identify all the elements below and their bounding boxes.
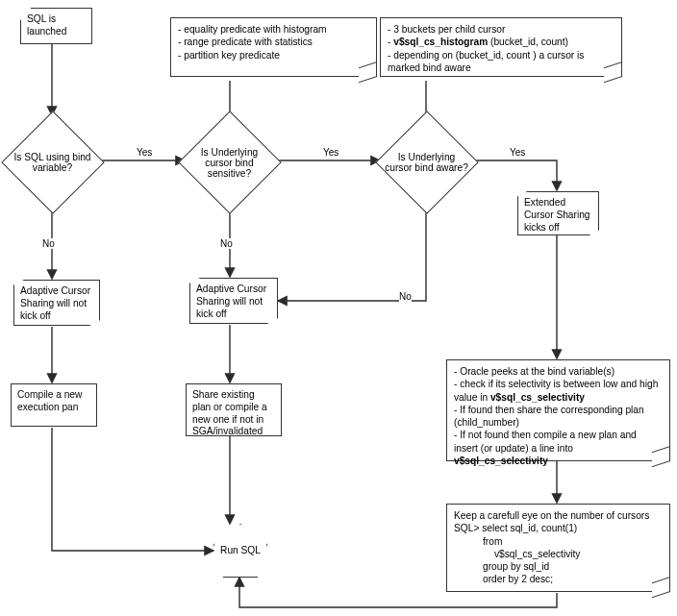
- decision-bind-sensitive-label: Is Underlying cursor bind sensitive?: [201, 146, 258, 178]
- decision-bind-aware-label: Is Underlying cursor bind aware?: [385, 152, 468, 173]
- note-cursors-line6: order by 2 desc;: [454, 573, 663, 585]
- edge-no-3: No: [399, 291, 412, 302]
- edge-no-1: No: [42, 238, 55, 249]
- note-sensitive-line2: - range predicate with statistics: [178, 36, 369, 48]
- edge-yes-1: Yes: [137, 147, 152, 158]
- note-peek-line4a: - If not found then compile a new plan a…: [454, 430, 637, 453]
- process-ecs-label: Extended Cursor Sharing kicks off: [524, 197, 590, 233]
- note-peek-selectivity: - Oracle peeks at the bind variable(s) -…: [446, 359, 670, 461]
- note-peek-line2b: v$sql_cs_selectivity: [490, 392, 585, 403]
- note-cursors-line3: from: [454, 535, 663, 548]
- process-acs-no-2-label: Adaptive Cursor Sharing will not kick of…: [196, 283, 266, 319]
- note-aware-line2b: v$sql_cs_histogram: [393, 37, 488, 47]
- process-share-plan-label: Share existing plan or compile a new one…: [192, 389, 267, 436]
- start-node: SQL is launched: [20, 8, 92, 44]
- note-cursor-count: Keep a carefull eye on the number of cur…: [446, 504, 670, 592]
- process-acs-no-1-label: Adaptive Cursor Sharing will not kick of…: [20, 285, 90, 321]
- note-bind-aware: - 3 buckets per child cursor - v$sql_cs_…: [380, 17, 622, 77]
- process-acs-no-2: Adaptive Cursor Sharing will not kick of…: [189, 278, 278, 324]
- note-aware-line3: - depending on (bucket_id, count ) a cur…: [388, 49, 614, 75]
- note-cursors-line1: Keep a carefull eye on the number of cur…: [454, 509, 663, 522]
- note-peek-line1: - Oracle peeks at the bind variable(s): [454, 365, 663, 378]
- process-compile-new: Compile a new execution pan: [11, 383, 97, 427]
- decision-bind-aware: Is Underlying cursor bind aware?: [375, 111, 478, 213]
- note-aware-line2c: (bucket_id, count): [488, 37, 568, 47]
- decision-bind-sensitive: Is Underlying cursor bind sensitive?: [178, 111, 281, 213]
- note-cursors-line4: v$sql_cs_selectivity: [454, 548, 663, 560]
- process-ecs: Extended Cursor Sharing kicks off: [517, 191, 599, 235]
- note-sensitive-line1: - equality predicate with histogram: [178, 23, 369, 36]
- decision-bind-variable: Is SQL using bind variable?: [1, 111, 104, 213]
- terminator-run-sql: Run SQL: [213, 524, 267, 578]
- edge-yes-2: Yes: [323, 147, 338, 158]
- note-peek-line3: - If found then share the corresponding …: [454, 404, 663, 430]
- note-cursors-line2: SQL> select sql_id, count(1): [454, 522, 663, 534]
- note-cursors-line5: group by sql_id: [454, 560, 663, 573]
- start-label: SQL is launched: [27, 13, 66, 37]
- note-bind-sensitive: - equality predicate with histogram - ra…: [170, 17, 377, 77]
- edge-no-2: No: [220, 238, 233, 249]
- note-sensitive-line3: - partition key predicate: [178, 49, 369, 62]
- note-aware-line1: - 3 buckets per child cursor: [388, 23, 614, 36]
- terminator-run-sql-label: Run SQL: [220, 545, 261, 557]
- note-peek-line4b: v$sql_cs_selectivity: [454, 456, 548, 466]
- decision-bind-variable-label: Is SQL using bind variable?: [13, 152, 90, 173]
- edge-yes-3: Yes: [510, 147, 525, 158]
- process-compile-new-label: Compile a new execution pan: [17, 389, 82, 412]
- process-acs-no-1: Adaptive Cursor Sharing will not kick of…: [13, 280, 100, 326]
- process-share-plan: Share existing plan or compile a new one…: [186, 383, 282, 436]
